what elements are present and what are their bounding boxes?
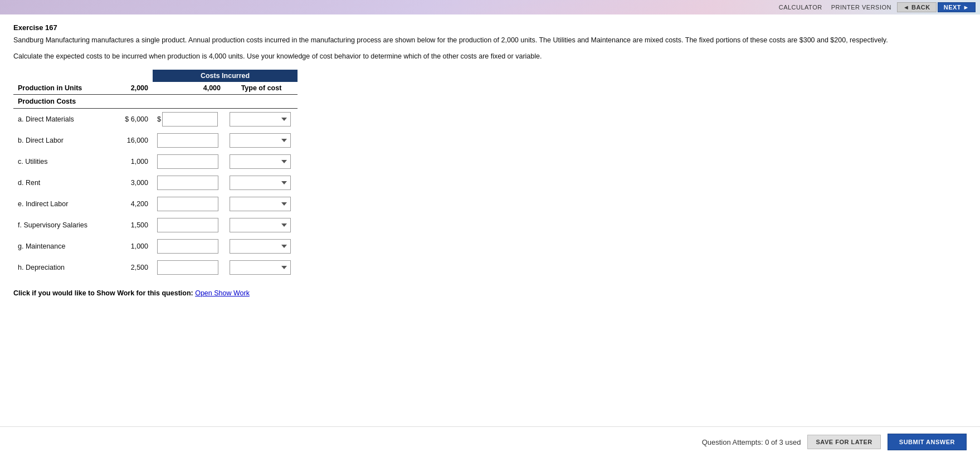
row-label-h: h. Depreciation	[13, 257, 103, 278]
row-label-f: f. Supervisory Salaries	[13, 215, 103, 236]
printer-version-link[interactable]: PRINTER VERSION	[828, 3, 895, 12]
exercise-title: Exercise 167	[13, 23, 967, 32]
row-value-h: 2,500	[103, 257, 153, 278]
type-select-h[interactable]: VariableFixedMixed	[230, 260, 291, 275]
production-costs-label: Production Costs	[13, 94, 298, 108]
cost-input-a[interactable]	[162, 112, 218, 127]
costs-table: Costs Incurred Production in Units 2,000…	[13, 70, 331, 278]
row-value-a: $ 6,000	[103, 108, 153, 130]
row-value-g: 1,000	[103, 236, 153, 257]
row-value-b: 16,000	[103, 130, 153, 151]
row-input-a[interactable]: $	[153, 108, 225, 130]
type-select-b[interactable]: VariableFixedMixed	[230, 133, 291, 148]
row-type-e[interactable]: VariableFixedMixed	[225, 193, 298, 215]
show-work-prefix: Click if you would like to Show Work for…	[13, 289, 193, 297]
type-select-c[interactable]: VariableFixedMixed	[230, 154, 291, 169]
row-value-d: 3,000	[103, 172, 153, 193]
row-input-e[interactable]	[153, 193, 225, 215]
cost-input-h[interactable]	[157, 260, 218, 275]
type-select-g[interactable]: VariableFixedMixed	[230, 239, 291, 254]
row-input-h[interactable]	[153, 257, 225, 278]
row-value-f: 1,500	[103, 215, 153, 236]
type-select-d[interactable]: VariableFixedMixed	[230, 176, 291, 190]
open-show-work-link[interactable]: Open Show Work	[195, 289, 250, 297]
cost-input-b[interactable]	[157, 133, 218, 148]
cost-input-f[interactable]	[157, 218, 218, 232]
cost-input-d[interactable]	[157, 176, 218, 190]
row-label-e: e. Indirect Labor	[13, 193, 103, 215]
row-value-c: 1,000	[103, 151, 153, 172]
production-units-header: Production in Units	[13, 82, 103, 95]
row-type-h[interactable]: VariableFixedMixed	[225, 257, 298, 278]
submit-answer-button[interactable]: SUBMIT ANSWER	[888, 434, 967, 450]
type-select-a[interactable]: VariableFixedMixed	[230, 112, 291, 127]
row-input-d[interactable]	[153, 172, 225, 193]
table-row: e. Indirect Labor4,200VariableFixedMixed	[13, 193, 331, 215]
empty-header	[13, 70, 103, 82]
row-label-c: c. Utilities	[13, 151, 103, 172]
row-label-g: g. Maintenance	[13, 236, 103, 257]
type-select-f[interactable]: VariableFixedMixed	[230, 218, 291, 232]
show-work-section: Click if you would like to Show Work for…	[13, 289, 967, 297]
table-row: g. Maintenance1,000VariableFixedMixed	[13, 236, 331, 257]
table-row: h. Depreciation2,500VariableFixedMixed	[13, 257, 331, 278]
table-row: a. Direct Materials$ 6,000$VariableFixed…	[13, 108, 331, 130]
table-row: b. Direct Labor16,000VariableFixedMixed	[13, 130, 331, 151]
type-of-cost-header: Type of cost	[225, 82, 298, 95]
exercise-instruction: Calculate the expected costs to be incur…	[13, 51, 967, 62]
row-type-d[interactable]: VariableFixedMixed	[225, 172, 298, 193]
table-row: f. Supervisory Salaries1,500VariableFixe…	[13, 215, 331, 236]
save-for-later-button[interactable]: SAVE FOR LATER	[807, 435, 880, 449]
type-select-e[interactable]: VariableFixedMixed	[230, 197, 291, 211]
cost-input-e[interactable]	[157, 197, 218, 211]
row-type-a[interactable]: VariableFixedMixed	[225, 108, 298, 130]
row-type-f[interactable]: VariableFixedMixed	[225, 215, 298, 236]
cost-input-c[interactable]	[157, 154, 218, 169]
row-value-e: 4,200	[103, 193, 153, 215]
col-4000-header: 4,000	[153, 82, 225, 95]
row-input-c[interactable]	[153, 151, 225, 172]
top-nav: CALCULATOR PRINTER VERSION ◄ BACK NEXT ►	[0, 0, 980, 14]
row-label-a: a. Direct Materials	[13, 108, 103, 130]
row-type-b[interactable]: VariableFixedMixed	[225, 130, 298, 151]
costs-incurred-header: Costs Incurred	[153, 70, 298, 82]
back-button[interactable]: ◄ BACK	[897, 2, 937, 12]
col-2000-header: 2,000	[103, 82, 153, 95]
bottom-bar: Question Attempts: 0 of 3 used SAVE FOR …	[0, 426, 980, 457]
dollar-sign-icon: $	[157, 115, 161, 123]
attempts-text: Question Attempts: 0 of 3 used	[702, 438, 801, 446]
row-input-b[interactable]	[153, 130, 225, 151]
row-input-f[interactable]	[153, 215, 225, 236]
row-label-b: b. Direct Labor	[13, 130, 103, 151]
empty-header-3	[298, 70, 331, 82]
table-row: c. Utilities1,000VariableFixedMixed	[13, 151, 331, 172]
calculator-link[interactable]: CALCULATOR	[776, 3, 826, 12]
exercise-description: Sandburg Manufacturing manufactures a si…	[13, 35, 967, 46]
next-button[interactable]: NEXT ►	[938, 2, 976, 12]
main-content: Exercise 167 Sandburg Manufacturing manu…	[0, 14, 980, 426]
row-label-d: d. Rent	[13, 172, 103, 193]
table-row: d. Rent3,000VariableFixedMixed	[13, 172, 331, 193]
cost-input-g[interactable]	[157, 239, 218, 254]
row-input-g[interactable]	[153, 236, 225, 257]
row-type-c[interactable]: VariableFixedMixed	[225, 151, 298, 172]
empty-header-2	[103, 70, 153, 82]
row-type-g[interactable]: VariableFixedMixed	[225, 236, 298, 257]
